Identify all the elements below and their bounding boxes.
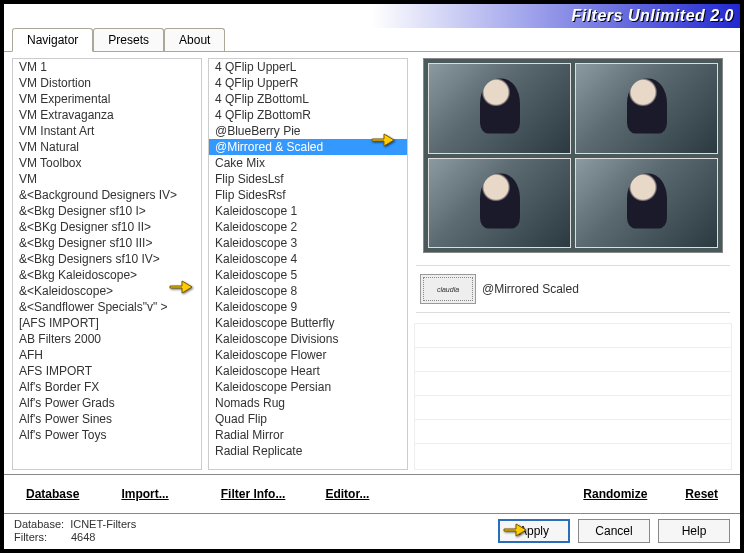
list-item[interactable]: Radial Replicate xyxy=(209,443,407,459)
list-item[interactable]: Kaleidoscope 2 xyxy=(209,219,407,235)
list-item[interactable]: Kaleidoscope 8 xyxy=(209,283,407,299)
list-item[interactable]: &<Bkg Designer sf10 I> xyxy=(13,203,201,219)
list-item[interactable]: VM xyxy=(13,171,201,187)
db-label: Database: xyxy=(14,518,64,530)
filter-list[interactable]: 4 QFlip UpperL4 QFlip UpperR4 QFlip ZBot… xyxy=(208,58,408,470)
list-item[interactable]: 4 QFlip UpperR xyxy=(209,75,407,91)
selected-filter-name: @Mirrored Scaled xyxy=(482,282,579,296)
action-bar: Database Import... Filter Info... Editor… xyxy=(4,474,740,513)
list-item[interactable]: @BlueBerry Pie xyxy=(209,123,407,139)
preview-quadrant xyxy=(428,158,571,249)
tab-about[interactable]: About xyxy=(164,28,225,51)
list-item[interactable]: VM Natural xyxy=(13,139,201,155)
list-item[interactable]: Nomads Rug xyxy=(209,395,407,411)
list-item[interactable]: 4 QFlip UpperL xyxy=(209,59,407,75)
titlebar: Filters Unlimited 2.0 xyxy=(4,4,740,28)
list-item[interactable]: &<Bkg Designers sf10 IV> xyxy=(13,251,201,267)
list-item[interactable]: VM Extravaganza xyxy=(13,107,201,123)
footer-buttons: Apply Cancel Help xyxy=(498,519,730,543)
content-area: VM 1VM DistortionVM ExperimentalVM Extra… xyxy=(4,52,740,474)
preview-quadrant xyxy=(575,63,718,154)
list-item[interactable]: Kaleidoscope 9 xyxy=(209,299,407,315)
tab-navigator[interactable]: Navigator xyxy=(12,28,93,52)
list-item[interactable]: AFH xyxy=(13,347,201,363)
list-item[interactable]: Kaleidoscope Flower xyxy=(209,347,407,363)
list-item[interactable]: &<Bkg Designer sf10 III> xyxy=(13,235,201,251)
help-button[interactable]: Help xyxy=(658,519,730,543)
list-item[interactable]: Kaleidoscope Heart xyxy=(209,363,407,379)
list-item[interactable]: [AFS IMPORT] xyxy=(13,315,201,331)
list-item[interactable]: Kaleidoscope 4 xyxy=(209,251,407,267)
param-row xyxy=(415,420,731,444)
database-button[interactable]: Database xyxy=(14,484,91,504)
window-title: Filters Unlimited 2.0 xyxy=(571,7,734,25)
list-item[interactable]: Kaleidoscope 1 xyxy=(209,203,407,219)
list-item[interactable]: Alf's Power Toys xyxy=(13,427,201,443)
list-item[interactable]: Kaleidoscope 5 xyxy=(209,267,407,283)
list-item[interactable]: AB Filters 2000 xyxy=(13,331,201,347)
preview-image xyxy=(423,58,723,253)
footer-info: Database: ICNET-Filters Filters: 4648 xyxy=(14,518,136,543)
list-item[interactable]: Alf's Border FX xyxy=(13,379,201,395)
param-row xyxy=(415,348,731,372)
filters-value: 4648 xyxy=(71,531,95,543)
main-window: Filters Unlimited 2.0 NavigatorPresetsAb… xyxy=(3,3,741,550)
list-item[interactable]: &<Sandflower Specials"v" > xyxy=(13,299,201,315)
list-item[interactable]: Kaleidoscope 3 xyxy=(209,235,407,251)
filters-label: Filters: xyxy=(14,531,47,543)
db-value: ICNET-Filters xyxy=(70,518,136,530)
author-stamp: claudia xyxy=(420,274,476,304)
param-row xyxy=(415,396,731,420)
editor-button[interactable]: Editor... xyxy=(313,484,381,504)
list-item[interactable]: Flip SidesLsf xyxy=(209,171,407,187)
param-row xyxy=(415,372,731,396)
footer: Database: ICNET-Filters Filters: 4648 Ap… xyxy=(4,513,740,549)
tab-presets[interactable]: Presets xyxy=(93,28,164,51)
list-item[interactable]: Radial Mirror xyxy=(209,427,407,443)
list-item[interactable]: Alf's Power Grads xyxy=(13,395,201,411)
list-item[interactable]: &<BKg Designer sf10 II> xyxy=(13,219,201,235)
parameters-area xyxy=(414,323,732,470)
list-item[interactable]: Flip SidesRsf xyxy=(209,187,407,203)
list-item[interactable]: VM Distortion xyxy=(13,75,201,91)
list-item[interactable]: &<Background Designers IV> xyxy=(13,187,201,203)
cancel-button[interactable]: Cancel xyxy=(578,519,650,543)
stamp-text: claudia xyxy=(437,286,459,293)
list-item[interactable]: Kaleidoscope Divisions xyxy=(209,331,407,347)
list-item[interactable]: VM Experimental xyxy=(13,91,201,107)
reset-button[interactable]: Reset xyxy=(673,484,730,504)
list-item[interactable]: Kaleidoscope Persian xyxy=(209,379,407,395)
list-item[interactable]: VM 1 xyxy=(13,59,201,75)
list-item[interactable]: 4 QFlip ZBottomL xyxy=(209,91,407,107)
preview-quadrant xyxy=(575,158,718,249)
param-row xyxy=(415,324,731,348)
tab-bar: NavigatorPresetsAbout xyxy=(4,28,740,52)
right-panel: claudia @Mirrored Scaled xyxy=(414,58,732,470)
list-item[interactable]: Alf's Power Sines xyxy=(13,411,201,427)
list-item[interactable]: Quad Flip xyxy=(209,411,407,427)
preview-quadrant xyxy=(428,63,571,154)
category-list[interactable]: VM 1VM DistortionVM ExperimentalVM Extra… xyxy=(12,58,202,470)
list-item[interactable]: &<Kaleidoscope> xyxy=(13,283,201,299)
list-item[interactable]: AFS IMPORT xyxy=(13,363,201,379)
randomize-button[interactable]: Randomize xyxy=(571,484,659,504)
filter-name-section: claudia @Mirrored Scaled xyxy=(414,259,732,319)
list-item[interactable]: Cake Mix xyxy=(209,155,407,171)
list-item[interactable]: @Mirrored & Scaled xyxy=(209,139,407,155)
apply-button[interactable]: Apply xyxy=(498,519,570,543)
list-item[interactable]: VM Instant Art xyxy=(13,123,201,139)
list-item[interactable]: VM Toolbox xyxy=(13,155,201,171)
import-button[interactable]: Import... xyxy=(109,484,180,504)
list-item[interactable]: 4 QFlip ZBottomR xyxy=(209,107,407,123)
list-item[interactable]: &<Bkg Kaleidoscope> xyxy=(13,267,201,283)
list-item[interactable]: Kaleidoscope Butterfly xyxy=(209,315,407,331)
filter-info-button[interactable]: Filter Info... xyxy=(209,484,298,504)
